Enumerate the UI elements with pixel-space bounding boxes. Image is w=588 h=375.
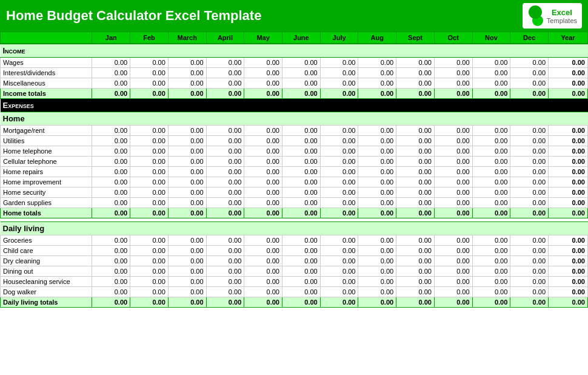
header-sept: Sept [396, 32, 435, 44]
column-header-row: Jan Feb March April May June July Aug Se… [1, 32, 588, 44]
wages-oct[interactable]: 0.00 [434, 58, 472, 68]
income-totals-row: Income totals 0.00 0.00 0.00 0.00 0.00 0… [1, 89, 588, 99]
wages-march[interactable]: 0.00 [168, 58, 206, 68]
table-row: Interest/dividends 0.00 0.00 0.00 0.00 0… [1, 68, 588, 78]
header-label [1, 32, 92, 44]
header-feb: Feb [130, 32, 169, 44]
header-aug: Aug [358, 32, 396, 44]
expenses-section-header: Expenses [1, 99, 588, 112]
spreadsheet: Jan Feb March April May June July Aug Se… [0, 32, 588, 311]
table-row: Child care 0.000.00 0.000.00 0.000.00 0.… [1, 246, 588, 256]
misc-label: Miscellaneous [1, 78, 92, 89]
income-title: Income [1, 44, 588, 58]
logo-icon [527, 5, 543, 26]
wages-april[interactable]: 0.00 [206, 58, 244, 68]
bottom-spacer [1, 308, 588, 311]
logo-text: Excel Templates [547, 8, 577, 24]
expenses-title: Expenses [1, 99, 588, 112]
wages-may[interactable]: 0.00 [244, 58, 282, 68]
wages-sept[interactable]: 0.00 [396, 58, 435, 68]
wages-label: Wages [1, 58, 92, 68]
table-row: Garden supplies 0.000.00 0.000.00 0.000.… [1, 198, 588, 208]
header-dec: Dec [510, 32, 549, 44]
header-oct: Oct [434, 32, 472, 44]
logo: Excel Templates [523, 3, 582, 29]
table-row: Home repairs 0.000.00 0.000.00 0.000.00 … [1, 167, 588, 177]
header-march: March [168, 32, 206, 44]
header-may: May [244, 32, 282, 44]
header: Home Budget Calculator Excel Template Ex… [0, 0, 588, 32]
wages-dec[interactable]: 0.00 [510, 58, 549, 68]
income-section-header: Income [1, 44, 588, 58]
daily-totals-row: Daily living totals 0.000.00 0.000.00 0.… [1, 297, 588, 308]
wages-june[interactable]: 0.00 [282, 58, 321, 68]
page-title: Home Budget Calculator Excel Template [6, 8, 261, 24]
table-row: Dog walker 0.000.00 0.000.00 0.000.00 0.… [1, 287, 588, 297]
wages-jan[interactable]: 0.00 [92, 58, 130, 68]
header-jan: Jan [92, 32, 130, 44]
table-row: Housecleaning service 0.000.00 0.000.00 … [1, 277, 588, 287]
daily-section-header: Daily living [1, 222, 588, 235]
table-row: Groceries 0.000.00 0.000.00 0.000.00 0.0… [1, 235, 588, 246]
header-nov: Nov [472, 32, 510, 44]
table-row: Dining out 0.000.00 0.000.00 0.000.00 0.… [1, 266, 588, 277]
table-row: Home telephone 0.000.00 0.000.00 0.000.0… [1, 146, 588, 157]
wages-july[interactable]: 0.00 [320, 58, 358, 68]
table-row: Home security 0.000.00 0.000.00 0.000.00… [1, 187, 588, 198]
income-totals-label: Income totals [1, 89, 92, 99]
table-row: Home improvement 0.000.00 0.000.00 0.000… [1, 177, 588, 187]
table-row: Wages 0.00 0.00 0.00 0.00 0.00 0.00 0.00… [1, 58, 588, 68]
wages-nov[interactable]: 0.00 [472, 58, 510, 68]
table-row: Cellular telephone 0.000.00 0.000.00 0.0… [1, 157, 588, 167]
interest-label: Interest/dividends [1, 68, 92, 78]
header-july: July [320, 32, 358, 44]
table-row: Miscellaneous 0.00 0.00 0.00 0.00 0.00 0… [1, 78, 588, 89]
daily-title: Daily living [1, 222, 588, 235]
table-row: Utilities 0.000.00 0.000.00 0.000.00 0.0… [1, 136, 588, 146]
header-june: June [282, 32, 321, 44]
table-row: Dry cleaning 0.000.00 0.000.00 0.000.00 … [1, 256, 588, 266]
header-year: Year [549, 32, 588, 44]
wages-feb[interactable]: 0.00 [130, 58, 169, 68]
home-title: Home [1, 112, 588, 126]
home-totals-row: Home totals 0.000.00 0.000.00 0.000.00 0… [1, 208, 588, 218]
header-april: April [206, 32, 244, 44]
table-row: Mortgage/rent 0.000.00 0.000.00 0.000.00… [1, 126, 588, 136]
wages-year: 0.00 [549, 58, 588, 68]
home-section-header: Home [1, 112, 588, 126]
wages-aug[interactable]: 0.00 [358, 58, 396, 68]
